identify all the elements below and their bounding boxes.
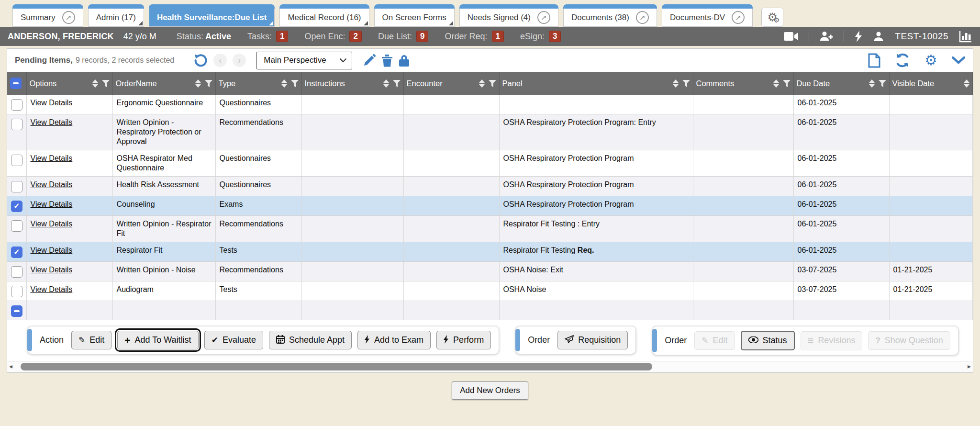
esign-badge[interactable]: 3 xyxy=(549,31,561,42)
tab-health-surveillance-due-list[interactable]: Health Surveillance:Due List xyxy=(149,4,275,27)
chart-icon[interactable] xyxy=(959,30,972,43)
table-row: View Details Health Risk Assessment Ques… xyxy=(7,177,973,196)
cell-due-date: 06-01-2025 xyxy=(793,216,889,242)
requisition-button[interactable]: Requisition xyxy=(557,331,628,349)
row-checkbox[interactable] xyxy=(11,119,22,130)
tab-corner-menu-icon[interactable] xyxy=(269,21,273,25)
add-to-waitlist-button[interactable]: + Add To Waitlist xyxy=(117,331,198,349)
view-details-link[interactable]: View Details xyxy=(31,200,73,208)
quick-action-bolt-icon[interactable] xyxy=(855,31,862,42)
grid-settings-gear-icon[interactable]: ⚙ xyxy=(924,53,937,67)
sort-icon[interactable] xyxy=(964,79,969,88)
row-checkbox[interactable] xyxy=(11,266,22,278)
tab-documents[interactable]: Documents (38) ↗ xyxy=(563,4,657,27)
order-req-badge[interactable]: 1 xyxy=(492,31,504,42)
row-checkbox[interactable] xyxy=(11,181,22,192)
view-details-link[interactable]: View Details xyxy=(31,285,73,293)
filter-icon[interactable] xyxy=(489,80,496,87)
delete-perspective-icon[interactable] xyxy=(381,54,393,67)
lock-icon[interactable] xyxy=(399,54,410,67)
row-checkbox[interactable] xyxy=(11,286,22,297)
divider xyxy=(809,31,809,42)
tab-admin[interactable]: Admin (17) xyxy=(88,4,144,27)
table-row: View Details Ergonomic Questionnaire Que… xyxy=(7,95,973,114)
video-call-icon[interactable] xyxy=(784,31,798,42)
tab-corner-menu-icon[interactable] xyxy=(138,21,143,25)
evaluate-button[interactable]: ✔ Evaluate xyxy=(204,331,263,349)
perform-button[interactable]: Perform xyxy=(436,331,491,349)
tab-settings-button[interactable]: ⚙ ⚙ xyxy=(761,8,783,27)
show-question-button[interactable]: ? Show Question xyxy=(868,331,950,350)
row-checkbox[interactable] xyxy=(11,247,22,258)
view-details-link[interactable]: View Details xyxy=(31,118,73,126)
table-row: View Details Written Opinion - Noise Rec… xyxy=(7,262,973,281)
horizontal-scrollbar[interactable]: ◂ ▸ xyxy=(7,361,973,372)
prev-perspective-icon[interactable]: ‹ xyxy=(213,54,227,67)
edit-perspective-icon[interactable] xyxy=(363,54,376,67)
perspective-select[interactable]: Main Perspective xyxy=(256,52,352,69)
cell-instructions xyxy=(301,114,403,150)
edit-button[interactable]: ✎ Edit xyxy=(71,331,111,349)
user-icon[interactable] xyxy=(873,31,884,42)
scrollbar-thumb[interactable] xyxy=(21,363,652,370)
view-details-link[interactable]: View Details xyxy=(31,246,73,254)
row-checkbox[interactable] xyxy=(11,201,22,212)
tab-strip xyxy=(459,4,558,9)
view-details-link[interactable]: View Details xyxy=(31,99,73,107)
filter-icon[interactable] xyxy=(205,80,212,87)
popout-icon[interactable]: ↗ xyxy=(62,11,75,24)
view-details-link[interactable]: View Details xyxy=(31,266,73,274)
sort-icon[interactable] xyxy=(92,79,98,88)
view-details-link[interactable]: View Details xyxy=(31,180,73,189)
view-details-link[interactable]: View Details xyxy=(31,154,73,162)
filter-icon[interactable] xyxy=(783,80,791,87)
sort-icon[interactable] xyxy=(773,79,779,88)
collapse-chevron-icon[interactable] xyxy=(952,56,965,64)
scroll-right-icon[interactable]: ▸ xyxy=(968,362,971,370)
cell-visible-date xyxy=(889,150,973,177)
schedule-appt-button[interactable]: Schedule Appt xyxy=(269,331,352,349)
sort-icon[interactable] xyxy=(673,79,679,88)
tab-medical-record[interactable]: Medical Record (16) xyxy=(279,4,369,27)
select-all-checkbox-bottom[interactable] xyxy=(11,305,22,317)
add-to-exam-button[interactable]: Add to Exam xyxy=(357,331,431,349)
sort-icon[interactable] xyxy=(383,79,389,88)
row-checkbox[interactable] xyxy=(11,220,22,232)
sort-icon[interactable] xyxy=(281,79,287,88)
revisions-button[interactable]: ≡ Revisions xyxy=(801,331,863,350)
tasks-badge[interactable]: 1 xyxy=(276,31,288,42)
undo-icon[interactable] xyxy=(193,53,208,67)
tab-summary[interactable]: Summary ↗ xyxy=(12,4,83,27)
next-perspective-icon[interactable]: › xyxy=(233,54,246,67)
scroll-left-icon[interactable]: ◂ xyxy=(9,362,12,370)
due-list-badge[interactable]: 9 xyxy=(416,31,428,42)
filter-icon[interactable] xyxy=(393,80,401,87)
select-all-checkbox[interactable] xyxy=(10,78,22,89)
tab-on-screen-forms[interactable]: On Screen Forms xyxy=(374,4,455,27)
sort-icon[interactable] xyxy=(195,79,201,88)
refresh-icon[interactable] xyxy=(895,53,910,67)
sort-icon[interactable] xyxy=(479,79,485,88)
add-new-orders-button[interactable]: Add New Orders xyxy=(452,381,528,400)
view-details-link[interactable]: View Details xyxy=(31,220,73,228)
filter-icon[interactable] xyxy=(879,80,886,87)
sort-icon[interactable] xyxy=(869,79,875,88)
add-person-icon[interactable] xyxy=(820,31,833,42)
popout-icon[interactable]: ↗ xyxy=(636,11,649,24)
order-edit-button[interactable]: ✎ Edit xyxy=(694,331,735,350)
popout-icon[interactable]: ↗ xyxy=(732,11,745,24)
row-checkbox[interactable] xyxy=(11,155,22,166)
filter-icon[interactable] xyxy=(102,80,110,87)
open-enc-badge[interactable]: 2 xyxy=(349,31,361,42)
tab-corner-menu-icon[interactable] xyxy=(449,21,453,25)
row-checkbox[interactable] xyxy=(11,99,22,111)
filter-icon[interactable] xyxy=(291,80,299,87)
status-button[interactable]: Status xyxy=(741,331,795,350)
popout-icon[interactable]: ↗ xyxy=(537,11,550,24)
filter-icon[interactable] xyxy=(682,80,690,87)
calendar-icon xyxy=(276,335,285,345)
tab-documents-dv[interactable]: Documents-DV ↗ xyxy=(662,4,753,27)
tab-needs-signed[interactable]: Needs Signed (4) ↗ xyxy=(459,4,558,27)
tab-corner-menu-icon[interactable] xyxy=(364,21,368,25)
new-document-icon[interactable] xyxy=(868,53,880,68)
